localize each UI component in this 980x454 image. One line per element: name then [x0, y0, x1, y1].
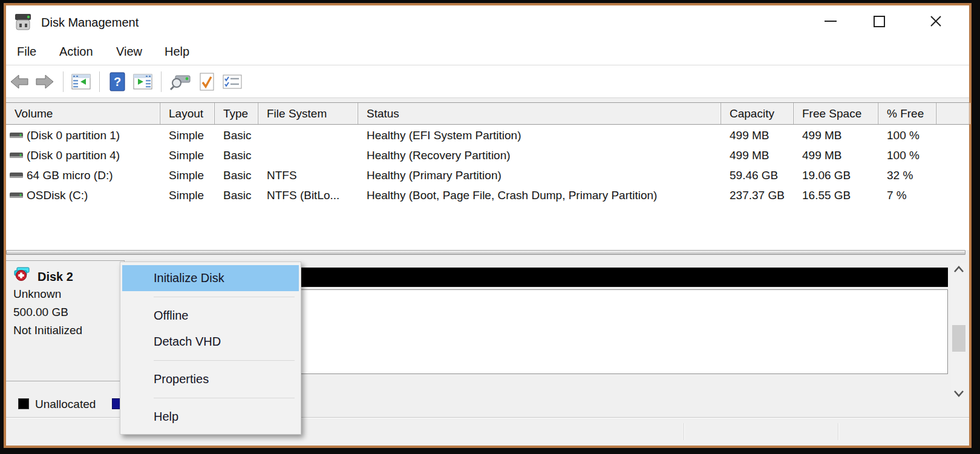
cell-volume: 64 GB micro (D:) — [6, 165, 160, 185]
column-header-layout[interactable]: Layout — [160, 103, 215, 124]
maximize-icon — [874, 16, 885, 27]
unallocated-swatch — [18, 398, 29, 409]
disk-name: Disk 2 — [38, 270, 73, 284]
task-list-button[interactable] — [220, 70, 244, 94]
back-button[interactable] — [7, 70, 31, 94]
column-header-pct-free[interactable]: % Free — [878, 103, 936, 124]
menu-item-detach-vhd[interactable]: Detach VHD — [120, 329, 301, 355]
cell-free-space: 16.55 GB — [794, 185, 878, 205]
menu-help[interactable]: Help — [161, 39, 193, 65]
column-header-status[interactable]: Status — [358, 103, 721, 124]
menu-item-offline[interactable]: Offline — [120, 303, 301, 329]
cell-free-space: 19.06 GB — [794, 165, 878, 185]
menu-file[interactable]: File — [13, 39, 40, 65]
cell-capacity: 499 MB — [721, 145, 794, 165]
cell-pct-free: 32 % — [878, 165, 936, 185]
cell-type: Basic — [215, 125, 258, 145]
cell-volume: (Disk 0 partition 4) — [6, 145, 160, 165]
toolbar: ? — [6, 65, 969, 98]
show-console-tree-icon — [71, 73, 91, 90]
window-title: Disk Management — [41, 5, 139, 39]
cell-type: Basic — [215, 185, 258, 205]
disk-management-window: Disk Management File Action View Help — [4, 3, 972, 448]
column-header-file-system[interactable]: File System — [258, 103, 358, 124]
cell-layout: Simple — [160, 125, 215, 145]
disk-status: Not Initialized — [13, 324, 82, 337]
cell-layout: Simple — [160, 185, 215, 205]
task-list-icon — [223, 73, 242, 90]
forward-button[interactable] — [33, 70, 57, 94]
scroll-up-button[interactable] — [951, 263, 967, 276]
disk-context-menu: Initialize Disk Offline Detach VHD Prope… — [120, 262, 301, 435]
cell-pct-free: 100 % — [878, 145, 936, 165]
cell-file-system: NTFS (BitLo... — [258, 185, 358, 205]
menu-item-help[interactable]: Help — [120, 404, 301, 430]
cell-volume: (Disk 0 partition 1) — [6, 125, 160, 145]
menu-action[interactable]: Action — [56, 39, 97, 65]
cell-free-space: 499 MB — [794, 145, 878, 165]
menu-separator — [154, 297, 295, 297]
volume-row-disk0-partition1[interactable]: (Disk 0 partition 1) Simple Basic Health… — [6, 125, 969, 145]
column-header-stub — [936, 103, 970, 124]
menu-item-initialize-disk[interactable]: Initialize Disk — [122, 265, 299, 291]
close-button[interactable] — [922, 5, 950, 37]
rescan-disks-button[interactable] — [168, 70, 192, 94]
toolbar-separator — [63, 71, 64, 92]
volume-list: (Disk 0 partition 1) Simple Basic Health… — [6, 125, 969, 250]
back-icon — [10, 74, 29, 90]
menu-item-properties[interactable]: Properties — [120, 366, 301, 392]
check-document-icon — [198, 72, 215, 91]
cell-status: Healthy (Primary Partition) — [358, 165, 721, 185]
vertical-scrollbar[interactable] — [951, 263, 967, 400]
pane-splitter[interactable] — [6, 250, 965, 255]
disk2-info-panel[interactable]: Disk 2 Unknown 500.00 GB Not Initialized — [6, 260, 125, 381]
cell-status: Healthy (Recovery Partition) — [358, 145, 721, 165]
minimize-icon — [825, 21, 837, 22]
cell-layout: Simple — [160, 165, 215, 185]
disk-size: 500.00 GB — [13, 306, 68, 319]
cell-pct-free: 7 % — [878, 185, 936, 205]
show-console-tree-button[interactable] — [69, 70, 93, 94]
column-header-capacity[interactable]: Capacity — [721, 103, 794, 124]
statusbar-separator — [838, 423, 838, 440]
help-button[interactable]: ? — [105, 70, 129, 94]
cell-file-system — [258, 145, 358, 165]
maximize-button[interactable] — [865, 5, 893, 37]
statusbar-separator — [684, 423, 684, 440]
close-icon — [930, 15, 942, 27]
cell-layout: Simple — [160, 145, 215, 165]
column-header-type[interactable]: Type — [215, 103, 258, 124]
cell-capacity: 237.37 GB — [721, 185, 794, 205]
cell-type: Basic — [215, 165, 258, 185]
toolbar-separator — [161, 71, 162, 92]
menu-separator — [154, 398, 295, 398]
minimize-button[interactable] — [817, 5, 844, 37]
volume-row-osdisk-c[interactable]: OSDisk (C:) Simple Basic NTFS (BitLo... … — [6, 185, 969, 205]
volume-row-64gb-micro-d[interactable]: 64 GB micro (D:) Simple Basic NTFS Healt… — [6, 165, 969, 185]
toolbar-separator — [99, 71, 100, 92]
cell-capacity: 59.46 GB — [721, 165, 794, 185]
column-header-free-space[interactable]: Free Space — [794, 103, 878, 124]
disk2-error-icon — [13, 266, 33, 287]
cell-free-space: 499 MB — [794, 125, 878, 145]
cell-pct-free: 100 % — [878, 125, 936, 145]
check-document-button[interactable] — [195, 70, 219, 94]
volume-row-disk0-partition4[interactable]: (Disk 0 partition 4) Simple Basic Health… — [6, 145, 969, 165]
volume-table-header: Volume Layout Type File System Status Ca… — [6, 102, 969, 125]
scrollbar-thumb[interactable] — [952, 325, 965, 352]
column-header-volume[interactable]: Volume — [6, 103, 160, 124]
rescan-disks-icon — [169, 73, 191, 91]
forward-icon — [35, 74, 54, 90]
show-action-pane-icon — [133, 73, 152, 90]
title-bar: Disk Management — [6, 5, 969, 39]
menu-view[interactable]: View — [113, 39, 146, 65]
cell-status: Healthy (EFI System Partition) — [358, 125, 721, 145]
show-action-pane-button[interactable] — [131, 70, 155, 94]
cell-file-system: NTFS — [258, 165, 358, 185]
cell-capacity: 499 MB — [721, 125, 794, 145]
cell-volume: OSDisk (C:) — [6, 185, 160, 205]
chevron-up-icon — [953, 265, 965, 274]
menu-bar: File Action View Help — [6, 39, 969, 65]
disk-management-app-icon — [13, 12, 35, 33]
menu-separator — [154, 360, 295, 361]
